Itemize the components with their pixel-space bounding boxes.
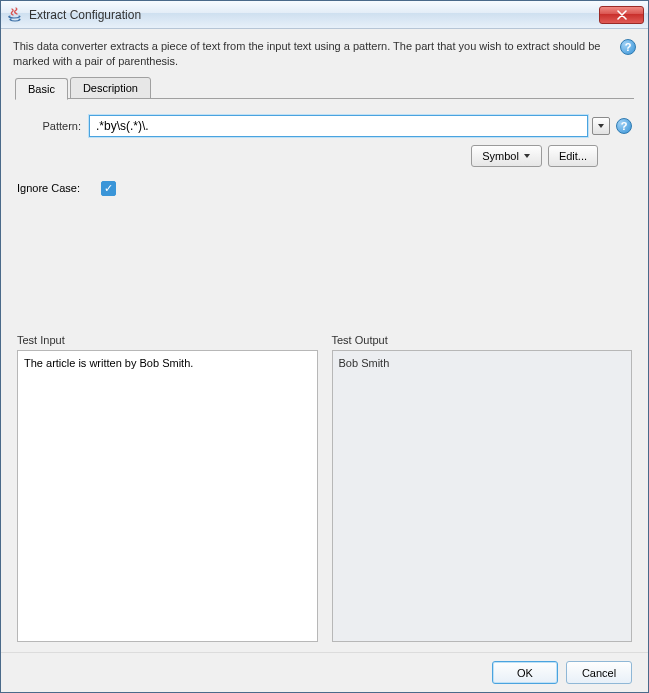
tab-panel-basic: Pattern: ? Symbol Edit... bbox=[1, 99, 648, 204]
tab-strip: Basic Description bbox=[1, 75, 648, 99]
cancel-button[interactable]: Cancel bbox=[566, 661, 632, 684]
description-row: This data converter extracts a piece of … bbox=[1, 29, 648, 75]
pattern-input-wrap: ? bbox=[89, 115, 632, 137]
bottom-button-bar: OK Cancel bbox=[1, 652, 648, 692]
java-icon bbox=[7, 7, 23, 23]
test-output-col: Test Output Bob Smith bbox=[332, 334, 633, 642]
description-text: This data converter extracts a piece of … bbox=[13, 39, 612, 69]
test-input-label: Test Input bbox=[17, 334, 318, 346]
pattern-label: Pattern: bbox=[17, 120, 89, 132]
tab-description[interactable]: Description bbox=[70, 77, 151, 99]
chevron-down-icon bbox=[523, 152, 531, 160]
close-button[interactable] bbox=[599, 6, 644, 24]
title-bar: Extract Configuration bbox=[1, 1, 648, 29]
ok-button[interactable]: OK bbox=[492, 661, 558, 684]
window-title: Extract Configuration bbox=[29, 8, 599, 22]
extract-configuration-dialog: Extract Configuration This data converte… bbox=[0, 0, 649, 693]
help-icon[interactable]: ? bbox=[620, 39, 636, 55]
test-area: Test Input Test Output Bob Smith bbox=[1, 334, 648, 652]
test-input-textarea[interactable] bbox=[17, 350, 318, 642]
test-output-label: Test Output bbox=[332, 334, 633, 346]
edit-button-label: Edit... bbox=[559, 150, 587, 162]
ignore-case-checkbox[interactable] bbox=[101, 181, 116, 196]
test-output-box: Bob Smith bbox=[332, 350, 633, 642]
pattern-row: Pattern: ? bbox=[17, 115, 632, 137]
pattern-dropdown-button[interactable] bbox=[592, 117, 610, 135]
symbol-button[interactable]: Symbol bbox=[471, 145, 542, 167]
dialog-body: This data converter extracts a piece of … bbox=[1, 29, 648, 692]
test-input-col: Test Input bbox=[17, 334, 318, 642]
pattern-input[interactable] bbox=[89, 115, 588, 137]
edit-button[interactable]: Edit... bbox=[548, 145, 598, 167]
symbol-button-label: Symbol bbox=[482, 150, 519, 162]
ignore-case-row: Ignore Case: bbox=[17, 181, 632, 196]
pattern-buttons-row: Symbol Edit... bbox=[17, 145, 632, 167]
tab-basic[interactable]: Basic bbox=[15, 78, 68, 100]
ignore-case-label: Ignore Case: bbox=[17, 182, 101, 194]
pattern-help-icon[interactable]: ? bbox=[616, 118, 632, 134]
